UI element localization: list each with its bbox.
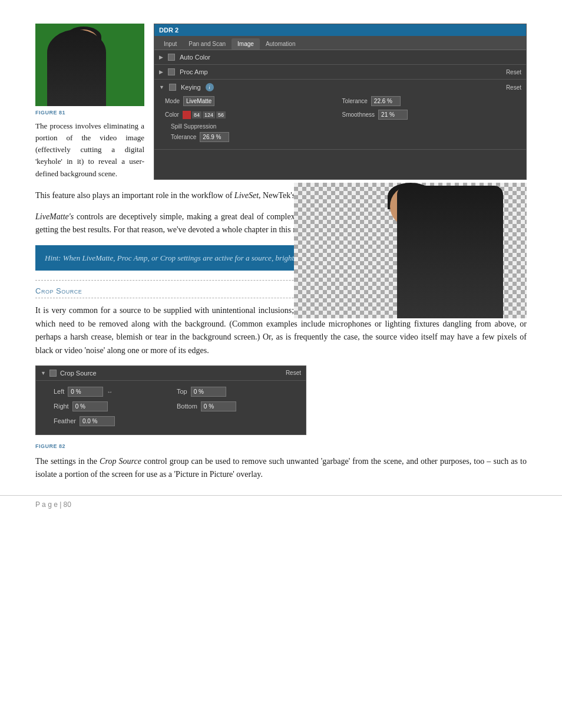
ddr-autocolor-section: ▶ Auto Color [154,50,526,65]
ddr-tab-automation[interactable]: Automation [260,38,302,50]
spill-tolerance-label: Tolerance [171,134,196,140]
crop-top-row: Top 0 % [177,387,288,397]
tolerance-label: Tolerance [342,98,368,104]
ddr-procamp-section: ▶ Proc Amp Reset [154,65,526,80]
crop-bottom-label: Bottom [177,403,197,410]
tolerance-row: Tolerance 22.6 % [342,96,516,106]
crop-panel-title: Crop Source [60,370,97,377]
crop-right-label: Right [54,403,69,410]
figure81-left: FIGURE 81 The process involves eliminati… [35,24,144,180]
autocolor-checkbox[interactable] [168,54,175,61]
crop-top-value[interactable]: 0 % [191,387,226,397]
crop-right-value[interactable]: 0 % [72,401,108,411]
smoothness-label: Smoothness [342,111,375,118]
keying-body: Mode LiveMatte Tolerance 22.6 % Color 84 [159,96,521,120]
procamp-reset[interactable]: Reset [506,69,521,75]
figure81-label: FIGURE 81 [35,110,144,116]
crop-bottom-value[interactable]: 0 % [201,401,236,411]
swatch-b-value: 56 [216,111,226,118]
figure81-caption: The process involves eliminating a porti… [35,120,144,180]
spill-label: Spill Suppression [171,123,510,130]
ddr-keying-section: ▼ Keying i Reset Mode LiveMatte Toleranc… [154,80,526,150]
figure81-image [35,24,144,106]
crop-checkbox[interactable] [49,370,57,377]
swatch-red [183,111,191,119]
mode-label: Mode [165,98,180,104]
keying-info-icon[interactable]: i [206,83,214,91]
procamp-arrow: ▶ [159,69,163,75]
crop-left-arrow: ↔ [107,388,113,395]
ddr-tab-input[interactable]: Input [158,38,183,50]
ddr-tab-image[interactable]: Image [232,38,260,50]
cropsource-italic: Crop Source [100,457,141,466]
color-label: Color [165,111,179,118]
ddr-titlebar: DDR 2 [154,24,526,36]
crop-bottom-row: Bottom 0 % [177,401,288,411]
color-row: Color 84 124 56 [165,110,339,120]
text-block-final: The settings in the Crop Source control … [35,455,527,482]
crop-left-label: Left [54,388,64,395]
page-content: FIGURE 81 The process involves eliminati… [0,0,562,525]
procamp-checkbox[interactable] [168,68,175,75]
procamp-label: Proc Amp [180,68,208,75]
preview-person-body [397,186,503,318]
crop-body: Left 0 % ↔ Top 0 % Right 0 % Bottom 0 % … [36,381,306,434]
keying-label: Keying [181,84,201,91]
crop-right-row: Right 0 % [54,401,165,411]
figure81-area: FIGURE 81 The process involves eliminati… [35,24,527,180]
smoothness-value[interactable]: 21 % [378,110,408,120]
color-swatch: 84 124 56 [183,111,226,119]
smoothness-row: Smoothness 21 % [342,110,516,120]
checker-background [294,183,527,318]
crop-feather-row: Feather 0.0 % [54,416,165,426]
swatch-r-value: 84 [192,111,201,118]
ddr-tabs: Input Pan and Scan Image Automation [154,36,526,50]
autocolor-arrow: ▶ [159,54,163,60]
crop-feather-value[interactable]: 0.0 % [80,416,115,426]
keying-reset[interactable]: Reset [506,84,521,91]
ddr-panel: DDR 2 Input Pan and Scan Image Automatio… [154,24,527,180]
crop-panel-header: ▼ Crop Source Reset [36,366,306,381]
spill-tolerance-value[interactable]: 26.9 % [200,132,229,142]
crop-reset-button[interactable]: Reset [286,370,301,376]
crop-panel-arrow: ▼ [41,370,46,376]
tolerance-value[interactable]: 22.6 % [371,96,401,106]
liveset-italic: LiveSet [234,191,259,200]
swatch-g-value: 124 [203,111,215,118]
livematte-italic: LiveMatte's [35,212,74,221]
crop-panel: ▼ Crop Source Reset Left 0 % ↔ Top 0 % R… [35,365,306,435]
spill-section: Spill Suppression Tolerance 26.9 % [159,120,521,146]
page-number: P a g e | 80 [35,500,71,509]
keying-header: ▼ Keying i Reset [159,83,521,91]
person-body [47,29,106,106]
mode-value[interactable]: LiveMatte [183,96,214,106]
keying-checkbox[interactable] [169,84,176,91]
preview-panel [294,183,527,318]
crop-feather-label: Feather [54,417,76,424]
crop-left-row: Left 0 % ↔ [54,387,165,397]
mode-row: Mode LiveMatte [165,96,339,106]
ddr-tab-panscan[interactable]: Pan and Scan [183,38,232,50]
crop-top-label: Top [177,388,187,395]
spill-tolerance-row: Tolerance 26.9 % [171,132,510,142]
page-footer: P a g e | 80 [0,495,562,513]
figure82-label: FIGURE 82 [35,443,527,449]
keying-arrow: ▼ [159,84,164,90]
autocolor-label: Auto Color [180,54,210,61]
crop-left-value[interactable]: 0 % [68,387,103,397]
